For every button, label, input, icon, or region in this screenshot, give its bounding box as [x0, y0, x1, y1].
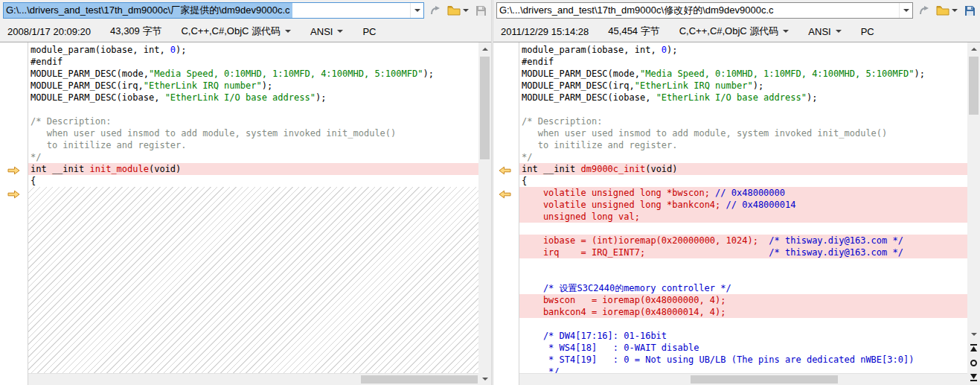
code-line[interactable]	[519, 318, 967, 330]
folder-icon	[447, 5, 461, 16]
left-vscroll-thumb[interactable]	[480, 57, 490, 159]
left-scroll-up-icon[interactable]	[478, 42, 491, 55]
right-encoding-label: ANSI	[808, 26, 830, 37]
code-line[interactable]: MODULE_PARM_DESC(irq,"EtherLink IRQ numb…	[519, 80, 967, 92]
code-line[interactable]: * WS4[18] : 0-WAIT disable	[519, 342, 967, 354]
right-vscroll-thumb[interactable]	[969, 57, 979, 115]
left-file-datetime: 2008/1/17 20:09:20	[7, 26, 91, 37]
code-line[interactable]: to initilize and register.	[28, 139, 478, 151]
code-segment: */	[31, 152, 41, 162]
code-line[interactable]	[28, 104, 478, 115]
code-line[interactable]: volatile unsigned long *bankcon4; // 0x4…	[519, 199, 967, 211]
code-line[interactable]: #endif	[28, 56, 478, 68]
code-line[interactable]: int __init init_module(void)	[28, 163, 478, 175]
code-segment: MODULE_PARM_DESC(irq,	[31, 80, 144, 91]
right-file-path: G:\...\drivers_and_test\17th_dm9000c\修改好…	[497, 3, 776, 18]
right-scroll-up-icon[interactable]	[967, 42, 980, 55]
left-code-area[interactable]: module_param(iobase, int, 0);#endifMODUL…	[28, 42, 478, 385]
code-line[interactable]: int __init dm9000c_init(void)	[519, 163, 967, 175]
code-line[interactable]: MODULE_PARM_DESC(mode,"Media Speed, 0:10…	[28, 68, 478, 80]
code-line[interactable]: #endif	[519, 56, 967, 68]
next-difference-icon[interactable]	[967, 370, 980, 385]
code-line[interactable]: unsigned long val;	[519, 211, 967, 223]
left-horizontal-scrollbar[interactable]	[28, 373, 478, 385]
code-line[interactable]: when user used insmod to add module, sys…	[28, 127, 478, 139]
right-path-dropdown-icon[interactable]	[899, 3, 912, 18]
code-line[interactable]: */	[28, 151, 478, 163]
sync-browse-icon[interactable]	[428, 3, 443, 18]
code-line[interactable]	[519, 270, 967, 282]
left-vscroll-track[interactable]	[478, 55, 491, 372]
code-line[interactable]: to initilize and register.	[519, 139, 967, 151]
code-line[interactable]: module_param(iobase, int, 0);	[28, 44, 478, 56]
right-scroll-down-icon[interactable]	[967, 328, 980, 340]
code-line[interactable]: MODULE_PARM_DESC(irq,"EtherLink IRQ numb…	[28, 80, 478, 92]
code-segment: );	[667, 45, 677, 55]
missing-lines-hatch[interactable]	[28, 187, 478, 385]
curved-arrow-icon	[429, 5, 441, 16]
code-line[interactable]: /* 设置S3C2440的memory controller */	[519, 282, 967, 294]
right-vscroll-track[interactable]	[967, 55, 980, 328]
right-file-path-combobox[interactable]: G:\...\drivers_and_test\17th_dm9000c\修改好…	[496, 2, 913, 19]
code-line[interactable]	[519, 223, 967, 235]
code-segment: * WS4[18] : 0-WAIT disable	[522, 343, 699, 353]
code-segment: */	[522, 152, 532, 162]
code-line[interactable]	[519, 104, 967, 115]
curved-arrow-icon	[918, 5, 930, 16]
open-folder-icon[interactable]	[935, 3, 950, 18]
code-line[interactable]: when user used insmod to add module, sys…	[519, 127, 967, 139]
merge-left-arrow[interactable]	[499, 188, 511, 197]
code-segment: "EtherLink IRQ number"	[144, 80, 262, 91]
code-line[interactable]: */	[519, 151, 967, 163]
left-vertical-scrollbar[interactable]	[478, 42, 491, 385]
code-line[interactable]: {	[28, 175, 478, 187]
right-code-lines: module_param(iobase, int, 0);#endifMODUL…	[519, 42, 967, 385]
code-line[interactable]: MODULE_PARM_DESC(iobase, "EtherLink I/O …	[519, 92, 967, 104]
code-line[interactable]	[519, 258, 967, 270]
current-difference-icon[interactable]	[967, 355, 980, 370]
open-folder-icon[interactable]	[446, 3, 461, 18]
code-line[interactable]: volatile unsigned long *bwscon; // 0x480…	[519, 187, 967, 199]
code-line[interactable]: MODULE_PARM_DESC(iobase, "EtherLink I/O …	[28, 92, 478, 104]
sync-browse-icon[interactable]	[917, 3, 932, 18]
right-hscroll-thumb[interactable]	[691, 375, 838, 384]
code-line[interactable]: /* DW4[17:16]: 01-16bit	[519, 330, 967, 342]
code-segment: init_module	[89, 164, 148, 174]
right-horizontal-scrollbar[interactable]	[519, 373, 967, 385]
code-segment: MODULE_PARM_DESC(iobase,	[522, 92, 656, 103]
code-line[interactable]: module_param(iobase, int, 0);	[519, 44, 967, 56]
left-filetype-dropdown[interactable]: C,C++,C#,ObjC 源代码	[181, 25, 291, 38]
open-folder-dropdown-icon[interactable]	[951, 3, 958, 18]
code-line[interactable]: bankcon4 = ioremap(0x48000014, 4);	[519, 306, 967, 318]
code-segment: /* Description:	[522, 116, 608, 127]
code-line[interactable]: * ST4[19] : 0 = Not using UB/LB (The pin…	[519, 354, 967, 366]
code-line[interactable]: {	[519, 175, 967, 187]
right-code-area[interactable]: module_param(iobase, int, 0);#endifMODUL…	[519, 42, 967, 385]
open-folder-dropdown-icon[interactable]	[462, 3, 470, 18]
code-line[interactable]: /* Description:	[28, 115, 478, 127]
code-line[interactable]: /* Description:	[519, 115, 967, 127]
file-compare-window: G:\...\drivers_and_test\17th_dm9000c\厂家提…	[0, 0, 980, 385]
code-line[interactable]: irq = IRQ_EINT7; /* thisway.diy@163.com …	[519, 246, 967, 258]
right-vertical-scrollbar[interactable]	[967, 42, 980, 385]
code-line[interactable]: MODULE_PARM_DESC(mode,"Media Speed, 0:10…	[519, 68, 967, 80]
right-filetype-dropdown[interactable]: C,C++,C#,ObjC 源代码	[679, 25, 790, 38]
left-encoding-dropdown[interactable]: ANSI	[310, 26, 343, 37]
code-line[interactable]: iobase = (int)ioremap(0x20000000, 1024);…	[519, 235, 967, 246]
code-segment: irq = IRQ_EINT7;	[522, 247, 769, 258]
left-file-path-combobox[interactable]: G:\...\drivers_and_test\17th_dm9000c\厂家提…	[3, 2, 424, 19]
left-path-dropdown-icon[interactable]	[410, 3, 423, 18]
code-line[interactable]: bwscon = ioremap(0x48000000, 4);	[519, 294, 967, 306]
floppy-icon	[964, 5, 976, 16]
merge-right-arrow[interactable]	[7, 165, 20, 174]
prev-difference-icon[interactable]	[967, 340, 980, 355]
merge-right-arrow[interactable]	[7, 188, 20, 197]
left-scroll-down-icon[interactable]	[478, 372, 491, 385]
save-file-icon[interactable]	[962, 3, 977, 18]
save-file-icon-disabled[interactable]	[473, 3, 488, 18]
code-segment: // 0x48000014	[726, 200, 796, 210]
right-code-region: module_param(iobase, int, 0);#endifMODUL…	[493, 42, 980, 385]
right-encoding-dropdown[interactable]: ANSI	[808, 26, 841, 37]
merge-left-arrow[interactable]	[499, 165, 511, 174]
left-hscroll-thumb[interactable]	[361, 375, 478, 384]
